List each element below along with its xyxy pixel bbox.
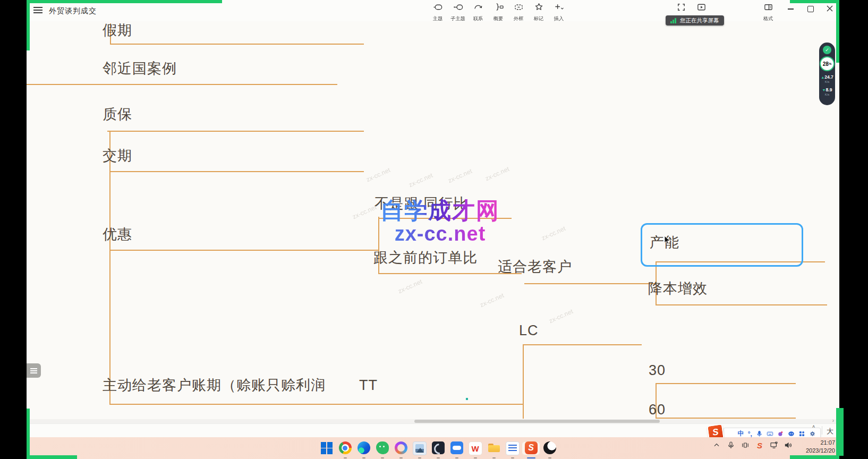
wechat-icon xyxy=(376,441,389,454)
share-border-bottom-left xyxy=(27,455,77,459)
share-border-bottom-right xyxy=(790,455,839,459)
mindmap-node-old-customers[interactable]: 适合老客户 xyxy=(498,259,572,275)
connector xyxy=(523,344,642,345)
watermark-tile: zx-cc.net xyxy=(447,167,473,184)
signal-bars-icon xyxy=(670,18,677,23)
screen-share-tooltip: 您正在共享屏幕 xyxy=(666,15,724,26)
watermark-tile: zx-cc.net xyxy=(397,278,423,295)
insert-button[interactable]: 插入 xyxy=(549,2,569,22)
close-button[interactable] xyxy=(823,3,837,15)
marker-button[interactable]: 标记 xyxy=(529,2,549,22)
ime-keyboard-icon[interactable] xyxy=(767,430,773,437)
ime-settings-icon[interactable] xyxy=(809,430,816,437)
mindmap-node-warranty[interactable]: 质保 xyxy=(103,106,132,122)
cloud-app-icon xyxy=(450,441,463,454)
edge-icon xyxy=(358,441,370,454)
insert-plus-icon xyxy=(554,2,564,14)
photos-icon xyxy=(413,441,427,455)
shared-screen: 外贸谈判成交 主题 子主题 联系 概要 xyxy=(27,0,839,459)
summary-button[interactable]: 概要 xyxy=(488,2,508,22)
subtopic-button[interactable]: 子主题 xyxy=(448,2,468,22)
maximize-button[interactable] xyxy=(804,3,818,15)
ime-apps-grid-icon[interactable] xyxy=(798,430,805,437)
connector xyxy=(110,171,364,172)
taskbar-windows-start[interactable] xyxy=(317,441,336,455)
topic-button[interactable]: 主题 xyxy=(428,2,448,22)
windows-taskbar: W S S xyxy=(27,437,839,459)
mindmap-node-credit-terms[interactable]: 主动给老客户账期（赊账只赊利润 xyxy=(103,377,326,393)
mindmap-node-30[interactable]: 30 xyxy=(649,362,666,378)
connector xyxy=(524,283,656,284)
horizontal-scrollbar[interactable]: › xyxy=(27,419,839,423)
zen-icon xyxy=(676,2,686,14)
windows-start-icon xyxy=(320,441,333,454)
taskbar-edge[interactable] xyxy=(354,441,373,455)
ime-skin-icon[interactable] xyxy=(777,430,784,437)
taskbar-chrome[interactable] xyxy=(336,441,354,455)
clock-date: 2023/12/20 xyxy=(792,447,835,455)
subtopic-icon xyxy=(453,2,463,14)
mindmap-node-tt[interactable]: TT xyxy=(359,377,378,393)
relationship-icon xyxy=(473,2,483,14)
sogou-app-icon: S xyxy=(525,441,538,454)
moon-app-icon xyxy=(543,441,556,454)
close-icon xyxy=(827,4,833,14)
boundary-button[interactable]: 外框 xyxy=(508,2,529,22)
mindmap-canvas[interactable]: zx-cc.net zx-cc.net zx-cc.net zx-cc.net … xyxy=(27,21,839,419)
taskbar-moon-app[interactable] xyxy=(540,441,559,455)
stray-mark xyxy=(466,398,468,400)
taskbar-clock[interactable]: 21:07 2023/12/20 xyxy=(792,439,835,455)
performance-widget[interactable]: ✓ 28% ▲24.7 K/s ▼8.9 K/s xyxy=(819,42,835,105)
main-toolbar: 主题 子主题 联系 概要 外框 xyxy=(428,2,569,22)
taskbar-dark-app[interactable] xyxy=(429,441,447,455)
tray-mic-icon[interactable] xyxy=(726,440,736,450)
taskbar-notes[interactable] xyxy=(503,441,522,455)
taskbar-wechat[interactable] xyxy=(373,441,392,455)
share-border-outer-right xyxy=(839,408,844,456)
watermark-tile: zx-cc.net xyxy=(351,203,378,220)
tray-expand-chevron[interactable] xyxy=(712,440,721,450)
connector xyxy=(656,383,796,384)
relationship-button[interactable]: 联系 xyxy=(468,2,488,22)
mindmap-node-cost-reduction[interactable]: 降本增效 xyxy=(648,280,708,296)
mouse-cursor xyxy=(664,235,671,247)
mindmap-node-vs-prev-order[interactable]: 跟之前的订单比 xyxy=(373,250,478,266)
folder-icon xyxy=(488,441,500,454)
tray-display-cast-icon[interactable] xyxy=(769,440,779,450)
taskbar-photos[interactable] xyxy=(410,441,429,455)
ime-mic-icon[interactable] xyxy=(756,430,763,437)
scrollbar-thumb[interactable] xyxy=(414,420,660,423)
minimize-icon xyxy=(788,8,794,10)
sheet-tab-button[interactable] xyxy=(27,363,41,378)
mindmap-node-lc[interactable]: LC xyxy=(519,322,539,338)
scrollbar-right-arrow-icon[interactable]: › xyxy=(832,418,834,423)
wps-icon: W xyxy=(469,441,482,455)
taskbar-quark[interactable] xyxy=(392,441,410,455)
tray-sogou-icon[interactable]: S xyxy=(755,440,764,450)
mindmap-node-delivery[interactable]: 交期 xyxy=(103,148,132,164)
maximize-icon xyxy=(807,6,814,12)
minimize-button[interactable] xyxy=(784,3,797,15)
summary-icon xyxy=(493,2,504,14)
mindmap-node-neighbor-case[interactable]: 邻近国案例 xyxy=(103,61,177,76)
connector xyxy=(107,131,364,132)
down-arrow-icon: ▼ xyxy=(822,88,826,92)
taskbar-wps[interactable]: W xyxy=(466,441,484,455)
taskbar-sogou-active[interactable]: S xyxy=(522,441,540,455)
topic-icon xyxy=(433,2,443,14)
taskbar-cloud-app[interactable] xyxy=(447,441,466,455)
mindmap-node-60[interactable]: 60 xyxy=(649,402,666,418)
connector xyxy=(656,418,796,419)
mindmap-node-holiday[interactable]: 假期 xyxy=(103,22,132,38)
ime-fuzzy-icon[interactable]: °, xyxy=(748,430,752,438)
format-button[interactable]: 格式 xyxy=(758,2,778,22)
connector xyxy=(656,304,827,305)
system-tray: S xyxy=(712,440,798,450)
mindmap-node-discount[interactable]: 优惠 xyxy=(103,226,132,242)
ime-ai-icon[interactable] xyxy=(788,430,795,437)
divider xyxy=(822,426,822,435)
tray-speaker-icon[interactable] xyxy=(741,440,750,450)
watermark-tile: zx-cc.net xyxy=(479,292,505,309)
menu-hamburger-icon[interactable] xyxy=(33,7,42,14)
taskbar-file-explorer[interactable] xyxy=(484,441,503,455)
